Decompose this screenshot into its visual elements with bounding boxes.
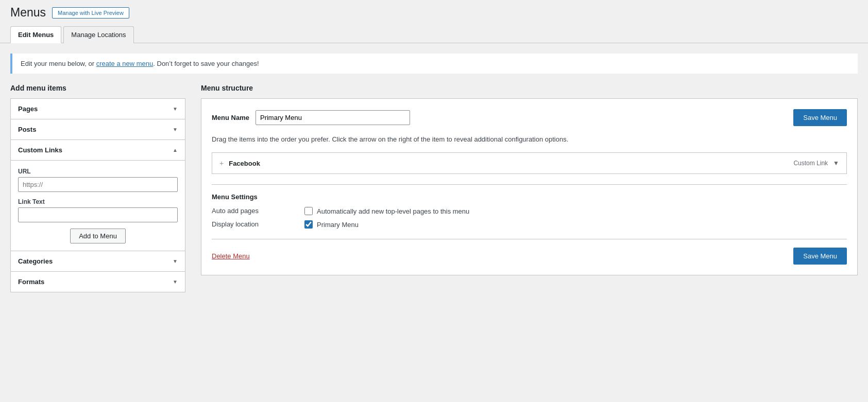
accordion-formats-arrow: ▼ [173, 279, 178, 285]
display-location-label: Display location [212, 220, 294, 228]
add-menu-items-title: Add menu items [10, 84, 185, 92]
save-menu-button-top[interactable]: Save Menu [793, 109, 847, 126]
accordion-formats: Formats ▼ [10, 271, 185, 292]
auto-add-description: Automatically add new top-level pages to… [317, 207, 469, 215]
link-text-input[interactable] [18, 207, 178, 222]
notice-text-before: Edit your menu below, or [21, 60, 96, 67]
save-menu-button-bottom[interactable]: Save Menu [793, 248, 847, 265]
auto-add-content: Automatically add new top-level pages to… [304, 207, 469, 215]
link-text-form-row: Link Text [18, 198, 178, 222]
notice-text-after: . Don’t forget to save your changes! [153, 60, 259, 67]
accordion-pages: Pages ▼ [10, 98, 185, 119]
url-label: URL [18, 168, 178, 175]
menu-name-input[interactable] [256, 110, 410, 125]
tabs-wrapper: Edit Menus Manage Locations [0, 21, 868, 43]
accordion-custom-links: Custom Links ▲ URL Link Text Add to Menu [10, 139, 185, 251]
menu-name-label: Menu Name [212, 114, 249, 121]
live-preview-button[interactable]: Manage with Live Preview [52, 7, 129, 19]
tab-manage-locations[interactable]: Manage Locations [63, 26, 133, 43]
accordion-custom-links-body: URL Link Text Add to Menu [11, 160, 185, 251]
menu-structure-panel: Menu structure Menu Name Save Menu Drag … [201, 84, 858, 276]
menu-settings-title: Menu Settings [212, 193, 847, 201]
accordion-categories-header[interactable]: Categories ▼ [11, 251, 185, 271]
page-header: Menus Manage with Live Preview [0, 0, 868, 21]
drag-hint: Drag the items into the order you prefer… [212, 134, 847, 145]
accordion-posts-header[interactable]: Posts ▼ [11, 119, 185, 139]
menu-structure-box: Menu Name Save Menu Drag the items into … [201, 98, 858, 276]
accordion-pages-header[interactable]: Pages ▼ [11, 99, 185, 119]
menu-item-facebook-name: Facebook [229, 160, 793, 167]
menu-name-row: Menu Name Save Menu [212, 109, 847, 126]
accordion-posts-label: Posts [18, 126, 36, 133]
url-form-row: URL [18, 168, 178, 192]
drag-handle-icon[interactable]: + [219, 159, 224, 167]
main-content: Add menu items Pages ▼ Posts ▼ Custom Li… [0, 74, 868, 302]
display-location-content: Primary Menu [304, 220, 359, 229]
display-location-row: Display location Primary Menu [212, 220, 847, 229]
menu-footer: Delete Menu Save Menu [212, 239, 847, 265]
accordion-custom-links-label: Custom Links [18, 146, 62, 154]
delete-menu-button[interactable]: Delete Menu [212, 252, 250, 260]
auto-add-pages-row: Auto add pages Automatically add new top… [212, 207, 847, 215]
menu-item-facebook-header: + Facebook Custom Link ▼ [212, 153, 846, 173]
accordion-posts-arrow: ▼ [173, 127, 178, 132]
auto-add-checkbox[interactable] [304, 207, 313, 215]
page-title: Menus [10, 5, 46, 21]
page-wrapper: Menus Manage with Live Preview Edit Menu… [0, 0, 868, 402]
menu-settings: Menu Settings Auto add pages Automatical… [212, 184, 847, 229]
accordion-custom-links-header[interactable]: Custom Links ▲ [11, 140, 185, 160]
auto-add-label: Auto add pages [212, 207, 294, 215]
menu-structure-title: Menu structure [201, 84, 858, 92]
accordion-custom-links-arrow: ▲ [173, 147, 178, 153]
primary-menu-checkbox[interactable] [304, 220, 313, 229]
accordion-categories: Categories ▼ [10, 251, 185, 272]
menu-item-expand-button[interactable]: ▼ [833, 160, 839, 167]
link-text-label: Link Text [18, 198, 178, 205]
accordion-pages-label: Pages [18, 105, 38, 113]
add-menu-items-panel: Add menu items Pages ▼ Posts ▼ Custom Li… [10, 84, 185, 292]
tab-edit-menus[interactable]: Edit Menus [10, 26, 61, 43]
menu-item-facebook-type: Custom Link [793, 160, 828, 167]
create-new-menu-link[interactable]: create a new menu [96, 60, 154, 67]
accordion-formats-label: Formats [18, 278, 44, 286]
accordion-categories-label: Categories [18, 257, 53, 265]
url-input[interactable] [18, 177, 178, 192]
accordion-pages-arrow: ▼ [173, 106, 178, 112]
add-to-menu-button[interactable]: Add to Menu [70, 229, 126, 243]
accordion-formats-header[interactable]: Formats ▼ [11, 272, 185, 292]
menu-item-facebook: + Facebook Custom Link ▼ [212, 152, 847, 174]
primary-menu-label: Primary Menu [317, 221, 359, 229]
accordion-categories-arrow: ▼ [173, 258, 178, 264]
accordion-posts: Posts ▼ [10, 119, 185, 140]
notice-bar: Edit your menu below, or create a new me… [10, 54, 858, 74]
